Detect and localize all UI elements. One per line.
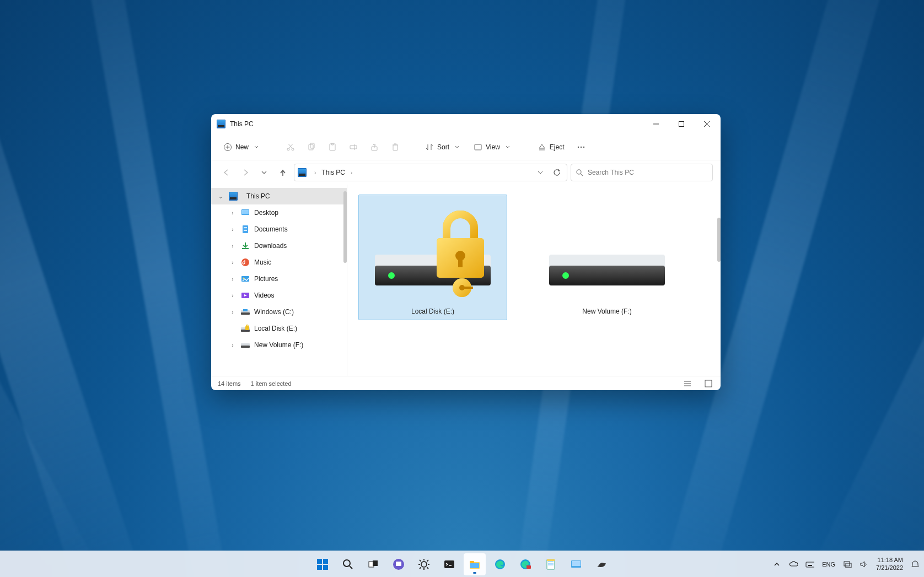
- copy-icon: [307, 143, 316, 152]
- ellipsis-icon: [577, 143, 585, 152]
- taskbar[interactable]: ENG 11:18 AM 7/21/2022: [0, 551, 924, 577]
- tree-desktop[interactable]: › Desktop: [211, 204, 347, 221]
- paste-button[interactable]: [324, 138, 341, 156]
- svg-rect-18: [393, 145, 397, 150]
- address-bar[interactable]: › This PC ›: [294, 164, 567, 181]
- maximize-button[interactable]: [669, 114, 694, 134]
- svg-rect-91: [470, 563, 479, 568]
- locked-drive-icon: [241, 324, 250, 333]
- chevron-right-icon[interactable]: ›: [229, 227, 237, 233]
- start-button[interactable]: [311, 553, 334, 575]
- taskbar-app-terminal[interactable]: [438, 553, 460, 575]
- new-label: New: [235, 143, 249, 151]
- chevron-right-icon[interactable]: ›: [229, 309, 237, 315]
- more-button[interactable]: [572, 138, 590, 156]
- network-icon[interactable]: [843, 560, 852, 569]
- chevron-down-icon[interactable]: ⌄: [217, 193, 224, 199]
- tree-label: New Volume (F:): [254, 341, 303, 349]
- svg-rect-60: [464, 287, 473, 289]
- chevron-right-icon[interactable]: ›: [229, 342, 237, 348]
- search-button[interactable]: [337, 553, 359, 575]
- keyboard-icon[interactable]: [805, 560, 814, 569]
- svg-rect-11: [309, 144, 313, 150]
- share-button[interactable]: [366, 138, 383, 156]
- onedrive-icon[interactable]: [789, 560, 798, 569]
- drive-item-new-volume-f[interactable]: New Volume (F:): [533, 195, 681, 320]
- tree-scrollbar[interactable]: [343, 191, 347, 263]
- tree-new-volume-f[interactable]: › New Volume (F:): [211, 337, 347, 353]
- tree-label: Downloads: [254, 242, 287, 250]
- titlebar[interactable]: This PC: [211, 114, 721, 134]
- search-box[interactable]: [571, 164, 713, 181]
- address-dropdown[interactable]: [534, 166, 547, 179]
- taskbar-app-generic[interactable]: [565, 553, 587, 575]
- new-button[interactable]: New: [219, 138, 265, 156]
- task-view-button[interactable]: [362, 553, 384, 575]
- chevron-right-icon[interactable]: ›: [229, 243, 237, 249]
- rename-button[interactable]: [345, 138, 362, 156]
- svg-point-26: [583, 146, 584, 147]
- tree-local-disk-e[interactable]: › Local Disk (E:): [211, 320, 347, 337]
- tree-music[interactable]: › Music: [211, 254, 347, 271]
- tree-this-pc[interactable]: ⌄ This PC: [211, 188, 347, 204]
- svg-point-24: [577, 146, 578, 147]
- tree-videos[interactable]: › Videos: [211, 287, 347, 304]
- content-scrollbar[interactable]: [717, 218, 721, 262]
- svg-point-59: [459, 285, 465, 290]
- content-pane[interactable]: Local Disk (E:) New Volume (F:): [347, 185, 721, 376]
- search-input[interactable]: [588, 169, 708, 176]
- tree-documents[interactable]: › Documents: [211, 221, 347, 238]
- taskbar-app-generic-2[interactable]: [590, 553, 613, 575]
- taskbar-app-chat[interactable]: [388, 553, 410, 575]
- chevron-right-icon[interactable]: ›: [229, 260, 237, 266]
- svg-rect-47: [245, 326, 249, 330]
- taskbar-center: [311, 553, 613, 575]
- drive-icon: [241, 341, 250, 349]
- delete-button[interactable]: [386, 138, 404, 156]
- chevron-right-icon[interactable]: ›: [229, 276, 237, 282]
- tray-language[interactable]: ENG: [822, 561, 835, 568]
- tray-clock[interactable]: 11:18 AM 7/21/2022: [876, 557, 903, 571]
- close-button[interactable]: [694, 114, 719, 134]
- volume-icon[interactable]: [859, 560, 868, 569]
- taskbar-app-notepad[interactable]: [540, 553, 562, 575]
- drive-item-local-disk-e[interactable]: Local Disk (E:): [358, 195, 507, 320]
- taskbar-app-edge-canary[interactable]: [514, 553, 536, 575]
- details-view-button[interactable]: [682, 378, 693, 389]
- tray-date: 7/21/2022: [876, 564, 903, 571]
- taskbar-app-file-explorer[interactable]: [464, 553, 486, 575]
- recent-dropdown[interactable]: [256, 165, 272, 180]
- notifications-icon[interactable]: [911, 560, 920, 569]
- up-button[interactable]: [275, 165, 291, 180]
- view-button[interactable]: View: [469, 138, 517, 156]
- back-button[interactable]: [219, 165, 234, 180]
- svg-rect-102: [806, 562, 814, 567]
- svg-rect-90: [470, 561, 474, 563]
- breadcrumb-this-pc[interactable]: This PC: [319, 164, 347, 181]
- chevron-right-icon[interactable]: ›: [229, 293, 237, 299]
- thumbnails-view-button[interactable]: [703, 378, 714, 389]
- svg-rect-49: [241, 346, 250, 348]
- forward-button[interactable]: [238, 165, 253, 180]
- paste-icon: [328, 143, 337, 152]
- svg-point-63: [562, 272, 569, 279]
- tree-label: Local Disk (E:): [254, 325, 297, 332]
- tree-pictures[interactable]: › Pictures: [211, 271, 347, 287]
- taskbar-app-edge[interactable]: [489, 553, 511, 575]
- svg-line-86: [420, 567, 421, 569]
- chevron-down-icon: [453, 143, 461, 152]
- taskbar-app-settings[interactable]: [413, 553, 435, 575]
- minimize-button[interactable]: [643, 114, 669, 134]
- tree-downloads[interactable]: › Downloads: [211, 238, 347, 254]
- tree-windows-c[interactable]: › Windows (C:): [211, 304, 347, 320]
- svg-rect-108: [844, 562, 850, 566]
- chevron-right-icon[interactable]: ›: [229, 210, 237, 216]
- cut-button[interactable]: [282, 138, 299, 156]
- copy-button[interactable]: [303, 138, 320, 156]
- sort-button[interactable]: Sort: [421, 138, 466, 156]
- tray-overflow-button[interactable]: [772, 560, 781, 569]
- desktop-icon: [241, 208, 250, 217]
- toolbar: New Sort View Eject: [211, 134, 721, 160]
- refresh-button[interactable]: [550, 166, 563, 179]
- eject-button[interactable]: Eject: [533, 138, 569, 156]
